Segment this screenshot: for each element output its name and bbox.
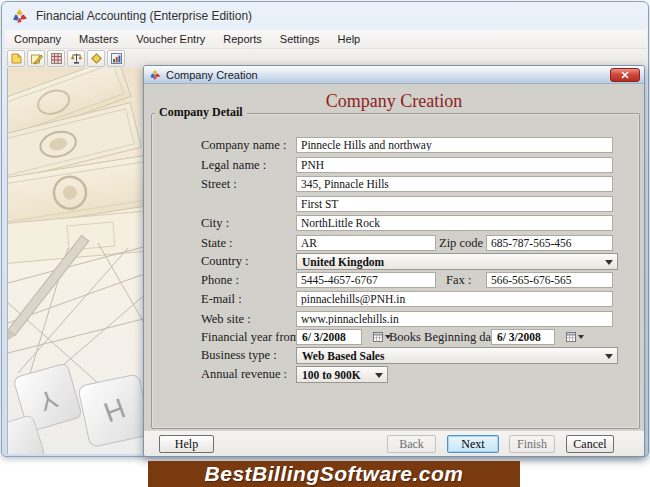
finish-button[interactable]: Finish xyxy=(509,435,555,453)
legal-name-label: Legal name : xyxy=(201,157,266,173)
financial-year-datepicker[interactable]: 6/ 3/2008 xyxy=(296,329,362,345)
annual-revenue-select[interactable]: 100 to 900K xyxy=(296,366,388,383)
company-name-input[interactable] xyxy=(296,137,613,153)
country-label: Country : xyxy=(201,253,249,269)
books-date-dropdown[interactable] xyxy=(557,329,587,345)
menubar: Company Masters Voucher Entry Reports Se… xyxy=(5,30,647,49)
banner-text: BestBillingSoftware.com xyxy=(205,462,464,486)
app-logo-icon xyxy=(11,8,28,25)
voucher-icon[interactable] xyxy=(87,50,105,67)
company-creation-dialog: Company Creation Company Creation Compan… xyxy=(143,65,645,457)
website-input[interactable] xyxy=(296,311,613,327)
cancel-button[interactable]: Cancel xyxy=(566,435,614,453)
email-input[interactable] xyxy=(296,291,613,307)
new-company-icon[interactable] xyxy=(7,50,25,67)
financial-year-dropdown[interactable] xyxy=(364,329,394,345)
country-value: United Kingdom xyxy=(302,256,384,268)
website-label: Web site : xyxy=(201,311,251,327)
app-titlebar[interactable]: Financial Accounting (Enterprise Edition… xyxy=(2,2,648,30)
menu-item-masters[interactable]: Masters xyxy=(70,31,127,47)
financial-year-label: Financial year from : xyxy=(201,329,306,345)
street-line2-input[interactable] xyxy=(296,196,613,212)
legal-name-input[interactable] xyxy=(296,157,613,173)
menu-item-settings[interactable]: Settings xyxy=(271,31,329,47)
fax-label: Fax : xyxy=(446,272,471,288)
dialog-title: Company Creation xyxy=(166,69,258,81)
money-keyboard-art-image: Y H xyxy=(8,68,146,454)
state-label: State : xyxy=(201,235,233,251)
menu-item-company[interactable]: Company xyxy=(5,31,70,47)
fax-input[interactable] xyxy=(486,272,613,288)
chevron-down-icon xyxy=(605,260,613,265)
chevron-down-icon xyxy=(375,373,383,378)
annual-revenue-label: Annual revenue : xyxy=(201,366,287,382)
back-button[interactable]: Back xyxy=(387,435,436,453)
menu-item-reports[interactable]: Reports xyxy=(214,31,271,47)
next-button[interactable]: Next xyxy=(447,435,499,453)
chevron-down-icon xyxy=(385,335,391,339)
calendar-icon xyxy=(373,332,383,342)
company-name-label: Company name : xyxy=(201,137,286,153)
zip-code-input[interactable] xyxy=(486,235,613,251)
phone-input[interactable] xyxy=(296,272,436,288)
menu-item-voucher-entry[interactable]: Voucher Entry xyxy=(127,31,214,47)
help-button[interactable]: Help xyxy=(159,435,214,453)
dialog-logo-icon xyxy=(149,69,161,81)
report-chart-icon[interactable] xyxy=(107,50,125,67)
chevron-down-icon xyxy=(578,335,584,339)
books-date-value: 6/ 3/2008 xyxy=(497,331,541,343)
street-input[interactable] xyxy=(296,176,613,192)
zip-code-label: Zip code : xyxy=(439,235,490,251)
business-type-label: Business type : xyxy=(201,347,277,363)
groupbox-label: Company Detail xyxy=(155,105,247,120)
menu-item-help[interactable]: Help xyxy=(329,31,370,47)
edit-icon[interactable] xyxy=(27,50,45,67)
background-art: Y H xyxy=(7,68,146,454)
books-date-datepicker[interactable]: 6/ 3/2008 xyxy=(491,329,555,345)
state-input[interactable] xyxy=(296,235,436,251)
dialog-footer: Help Back Next Finish Cancel xyxy=(144,430,644,456)
business-type-value: Web Based Sales xyxy=(302,350,384,362)
screen: Financial Accounting (Enterprise Edition… xyxy=(0,0,650,487)
chevron-down-icon xyxy=(605,354,613,359)
phone-label: Phone : xyxy=(201,272,239,288)
calendar-icon xyxy=(566,332,576,342)
country-select[interactable]: United Kingdom xyxy=(296,253,618,270)
dialog-body: Company Creation Company Detail Company … xyxy=(144,84,644,432)
annual-revenue-value: 100 to 900K xyxy=(302,369,361,381)
app-title: Financial Accounting (Enterprise Edition… xyxy=(36,9,252,23)
balance-icon[interactable] xyxy=(67,50,85,67)
ledger-icon[interactable] xyxy=(47,50,65,67)
city-input[interactable] xyxy=(296,215,613,231)
street-label: Street : xyxy=(201,176,237,192)
books-beginning-date-label: Books Beginning date: xyxy=(389,329,504,345)
financial-year-value: 6/ 3/2008 xyxy=(302,331,346,343)
business-type-select[interactable]: Web Based Sales xyxy=(296,347,618,364)
email-label: E-mail : xyxy=(201,291,242,307)
city-label: City : xyxy=(201,215,229,231)
dialog-titlebar[interactable]: Company Creation xyxy=(144,66,644,84)
close-icon xyxy=(621,71,629,79)
close-button[interactable] xyxy=(610,68,640,82)
promo-banner[interactable]: BestBillingSoftware.com xyxy=(148,461,520,487)
